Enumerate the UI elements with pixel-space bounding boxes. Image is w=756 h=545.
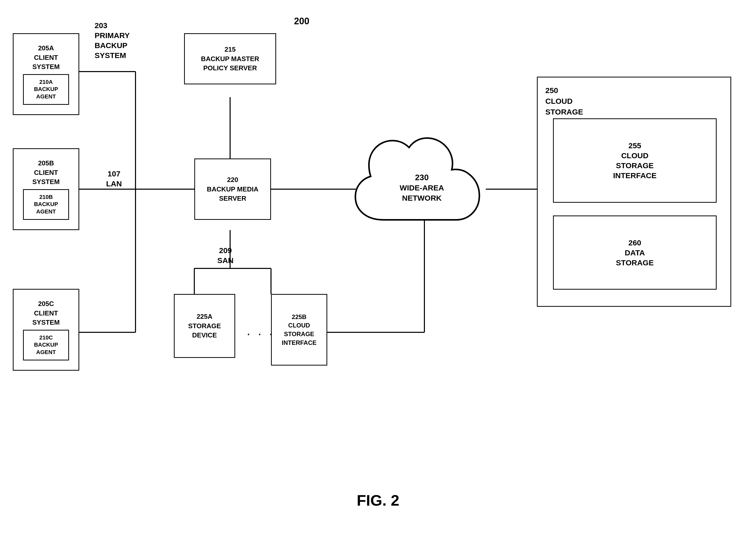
client-system-c: 205CCLIENTSYSTEM 210CBACKUPAGENT <box>13 289 79 371</box>
backup-media-label: 220BACKUP MEDIASERVER <box>207 175 258 203</box>
storage-device-225a: 225ASTORAGEDEVICE <box>174 294 235 358</box>
figure-200-label: 200 <box>294 15 309 27</box>
svg-text:NETWORK: NETWORK <box>402 194 442 202</box>
cloud-storage-interface-225b: 225BCLOUDSTORAGEINTERFACE <box>271 294 327 366</box>
backup-master-policy-server: 215BACKUP MASTERPOLICY SERVER <box>184 33 276 84</box>
backup-agent-a: 210ABACKUPAGENT <box>23 74 69 105</box>
client-b-label: 205BCLIENTSYSTEM <box>32 158 60 186</box>
lan-label: 107LAN <box>106 169 122 189</box>
primary-backup-label: 203PRIMARYBACKUPSYSTEM <box>95 20 130 60</box>
client-c-label: 205CCLIENTSYSTEM <box>32 299 60 327</box>
figure-label: FIG. 2 <box>357 492 399 509</box>
diagram: 200 205ACLIENTSYSTEM 210ABACKUPAGENT 205… <box>0 0 756 545</box>
backup-media-server: 220BACKUP MEDIASERVER <box>194 158 271 220</box>
wan-cloud: 230 WIDE-AREA NETWORK <box>345 135 499 244</box>
client-a-label: 205ACLIENTSYSTEM <box>32 43 60 71</box>
backup-agent-c: 210CBACKUPAGENT <box>23 330 69 360</box>
cloud-storage-250: 250CLOUDSTORAGE 255CLOUDSTORAGEINTERFACE… <box>537 77 731 307</box>
client-system-b: 205BCLIENTSYSTEM 210BBACKUPAGENT <box>13 148 79 230</box>
225b-label: 225BCLOUDSTORAGEINTERFACE <box>282 313 317 347</box>
backup-master-label: 215BACKUP MASTERPOLICY SERVER <box>201 45 259 73</box>
cloud-storage-interface-255: 255CLOUDSTORAGEINTERFACE <box>553 118 717 203</box>
backup-agent-b: 210BBACKUPAGENT <box>23 189 69 220</box>
data-storage-260: 260DATASTORAGE <box>553 215 717 290</box>
svg-text:230: 230 <box>415 173 428 182</box>
cloud-storage-label: 250CLOUDSTORAGE <box>545 85 583 117</box>
ellipsis: . . . <box>247 323 275 338</box>
storage-device-label: 225ASTORAGEDEVICE <box>188 312 221 340</box>
svg-text:WIDE-AREA: WIDE-AREA <box>400 184 444 192</box>
san-label: 209SAN <box>217 245 233 265</box>
client-system-a: 205ACLIENTSYSTEM 210ABACKUPAGENT <box>13 33 79 115</box>
